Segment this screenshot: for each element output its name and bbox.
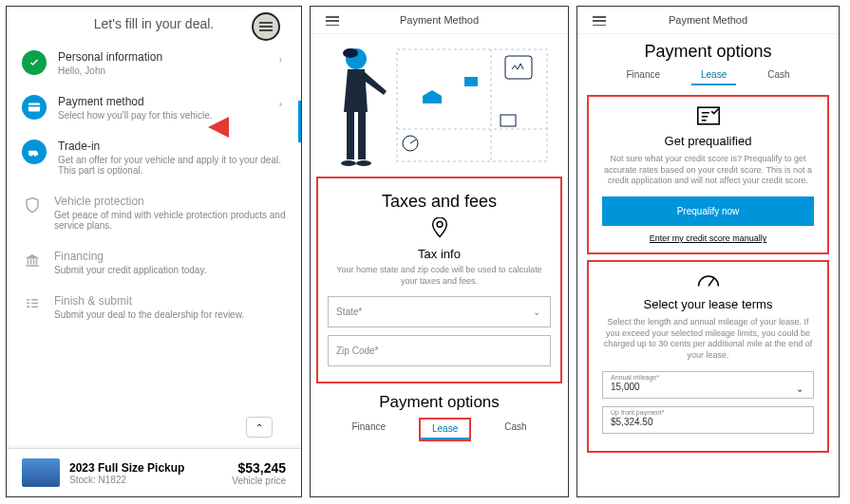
checklist-icon [22,294,43,315]
deal-step-protection[interactable]: Vehicle protection Get peace of mind wit… [7,185,301,240]
tab-finance[interactable]: Finance [616,65,670,85]
vehicle-stock: Stock: N1822 [69,475,232,485]
step-title: Financing [54,250,286,263]
vehicle-price: $53,245 [232,460,286,476]
card-title: Select your lease terms [602,297,814,311]
section-heading: Payment options [577,42,839,62]
menu-button[interactable] [252,12,280,41]
deal-step-personal[interactable]: Personal information Hello, John › [7,41,301,85]
menu-button[interactable] [593,16,606,26]
step-subtitle: Submit your credit application today. [54,265,286,275]
svg-rect-5 [358,112,366,159]
svg-point-6 [341,160,356,166]
vehicle-footer: 2023 Full Size Pickup Stock: N1822 $53,2… [7,448,301,496]
lease-terms-card: Select your lease terms Select the lengt… [587,260,829,453]
step-subtitle: Get an offer for your vehicle and apply … [58,155,286,176]
chevron-down-icon: ⌄ [796,383,803,394]
deal-step-financing[interactable]: Financing Submit your credit application… [7,240,301,285]
tab-cash[interactable]: Cash [758,65,799,85]
zip-input[interactable]: Zip Code* [328,335,551,366]
prequalify-icon [602,106,814,130]
field-value: $5,324.50 [611,417,653,427]
deal-step-finish[interactable]: Finish & submit Submit your deal to the … [7,285,301,329]
placeholder: Zip Code* [336,345,378,356]
step-subtitle: Hello, John [58,65,286,76]
section-heading: Taxes and fees [328,192,551,212]
step-title: Vehicle protection [54,195,286,208]
page-title: Let's fill in your deal. [94,16,214,31]
price-label: Vehicle price [232,476,286,486]
hamburger-icon [259,22,273,31]
tab-lease[interactable]: Lease [691,65,736,85]
location-pin-icon [328,217,551,243]
prequalify-button[interactable]: Prequalify now [602,196,814,226]
deal-step-tradein[interactable]: Trade-in Get an offer for your vehicle a… [7,130,301,185]
svg-rect-14 [501,115,516,126]
field-label: Up front payment* [611,409,664,416]
bank-icon [22,250,43,271]
vehicle-thumbnail [22,458,60,487]
tab-finance[interactable]: Finance [340,418,397,441]
svg-point-7 [356,160,371,166]
chevron-down-icon: ⌄ [533,307,540,317]
subsection-title: Tax info [328,247,551,261]
step-title: Personal information [58,50,286,64]
step-title: Trade-in [58,140,286,153]
svg-rect-0 [28,103,40,112]
svg-point-3 [343,48,358,58]
shield-icon [22,195,43,215]
check-icon [22,50,47,75]
card-desc: Not sure what your credit score is? Preq… [602,154,814,187]
gauge-icon [602,271,814,293]
highlight-box: Taxes and fees Tax info Your home state … [316,177,562,383]
card-icon [22,95,47,120]
step-title: Payment method [58,95,286,108]
svg-rect-12 [464,77,478,86]
prequalify-card: Get prequalified Not sure what your cred… [587,95,829,254]
illustration [311,34,568,177]
subsection-desc: Your home state and zip code will be use… [328,265,551,287]
state-select[interactable]: State* ⌄ [328,296,551,327]
page-title: Payment Method [400,14,479,26]
manual-credit-link[interactable]: Enter my credit score manually [602,233,814,243]
svg-rect-1 [28,105,40,107]
tab-lease[interactable]: Lease [421,420,469,439]
collapse-button[interactable]: ⌃ [246,417,273,438]
field-value: 15,000 [611,382,640,392]
step-subtitle: Submit your deal to the dealership for r… [54,309,286,320]
chevron-up-icon: ⌃ [255,422,263,433]
chevron-right-icon: › [279,99,282,109]
step-subtitle: Get peace of mind with vehicle protectio… [54,210,286,231]
menu-button[interactable] [326,16,339,26]
chevron-right-icon: › [279,54,282,65]
tab-cash[interactable]: Cash [493,418,538,441]
placeholder: State* [336,307,362,317]
svg-rect-4 [347,112,354,159]
card-title: Get prequalified [602,134,814,148]
svg-rect-15 [697,107,718,124]
step-title: Finish & submit [54,294,286,308]
page-title: Payment Method [669,14,747,26]
upfront-input[interactable]: Up front payment* $5,324.50 [602,406,814,434]
tradein-icon [22,140,47,164]
svg-line-16 [708,278,714,286]
card-desc: Select the length and annual mileage of … [602,317,814,362]
section-heading: Payment options [311,393,568,412]
field-label: Annual mileage* [611,374,659,381]
vehicle-name: 2023 Full Size Pickup [69,461,232,475]
mileage-select[interactable]: Annual mileage* 15,000 ⌄ [602,371,814,399]
